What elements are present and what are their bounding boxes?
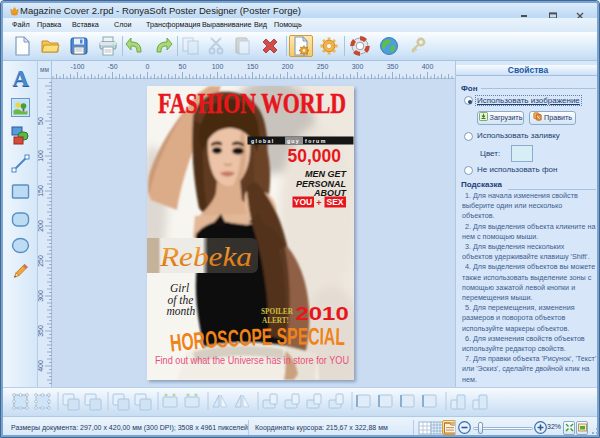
svg-text:50: 50: [38, 117, 44, 125]
svg-text:300: 300: [352, 63, 364, 70]
svg-text:250: 250: [38, 255, 44, 267]
svg-text:300: 300: [38, 290, 44, 302]
svg-text:200: 200: [282, 63, 294, 70]
svg-text:Girl: Girl: [170, 282, 189, 294]
svg-text:MEN GET: MEN GET: [305, 169, 348, 179]
svg-text:2010: 2010: [296, 303, 349, 323]
svg-text:350: 350: [38, 325, 44, 337]
svg-text:month: month: [167, 305, 196, 317]
svg-text:+: +: [316, 198, 321, 208]
svg-text:Find out what the Universe has: Find out what the Universe has in store …: [155, 354, 349, 366]
svg-text:SEX: SEX: [326, 197, 343, 207]
svg-text:-100: -100: [70, 63, 84, 70]
svg-text:200: 200: [38, 220, 44, 232]
svg-text:150: 150: [38, 185, 44, 197]
svg-text:50,000: 50,000: [287, 146, 341, 166]
svg-text:350: 350: [387, 63, 399, 70]
svg-text:0: 0: [146, 63, 150, 70]
svg-text:forum: forum: [305, 138, 327, 144]
svg-text:Rebeka: Rebeka: [159, 241, 252, 272]
svg-text:guy: guy: [287, 138, 300, 144]
svg-text:100: 100: [212, 63, 224, 70]
svg-text:150: 150: [247, 63, 259, 70]
svg-text:250: 250: [317, 63, 329, 70]
svg-text:400: 400: [38, 360, 44, 372]
svg-text:50: 50: [179, 63, 187, 70]
svg-text:YOU: YOU: [294, 197, 312, 207]
svg-text:FASHION WORLD: FASHION WORLD: [158, 87, 346, 119]
svg-text:100: 100: [38, 150, 44, 162]
svg-text:-50: -50: [107, 63, 117, 70]
svg-text:global: global: [251, 138, 275, 144]
svg-text:PERSONAL: PERSONAL: [296, 179, 346, 189]
svg-text:400: 400: [422, 63, 434, 70]
